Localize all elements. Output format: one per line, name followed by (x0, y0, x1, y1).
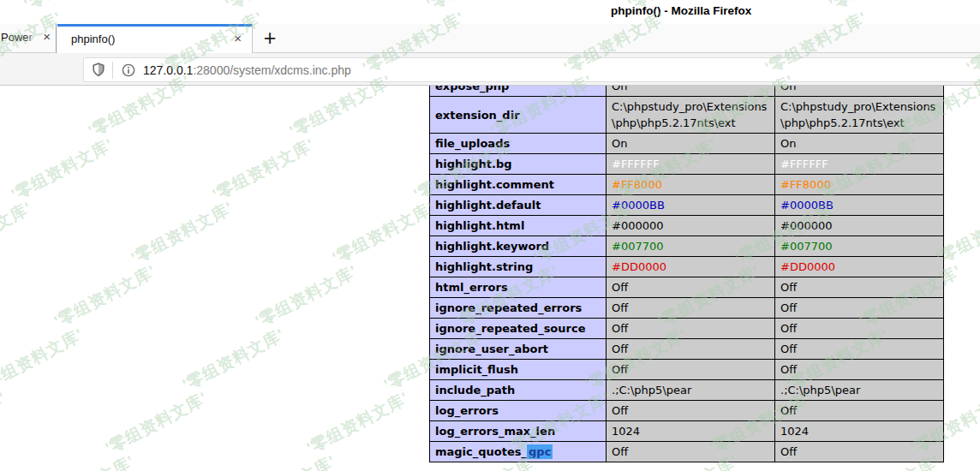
directive-cell: expose_php (430, 86, 607, 97)
local-value-cell: Off (607, 319, 775, 339)
table-row: include_path.;C:\php5\pear.;C:\php5\pear (430, 380, 944, 401)
table-row: log_errorsOffOff (430, 401, 944, 421)
directive-cell: highlight.comment (430, 175, 607, 195)
master-value-cell: #FFFFFF (775, 154, 944, 175)
table-row: ignore_repeated_errorsOffOff (430, 298, 944, 319)
table-row: extension_dirC:\phpstudy_pro\Extensions\… (430, 97, 944, 134)
local-value-cell: Off (607, 401, 775, 421)
info-icon[interactable] (122, 63, 135, 77)
master-value-cell: Off (775, 401, 944, 421)
directive-cell: file_uploads (430, 134, 607, 154)
directive-cell: highlight.default (430, 195, 607, 216)
local-value-cell: #FFFFFF (607, 154, 775, 175)
directive-cell: log_errors_max_len (430, 421, 607, 442)
tab-phpinfo-active[interactable]: phpinfo() × (57, 24, 253, 53)
url-host: 127.0.0.1 (143, 63, 193, 77)
local-value-cell: C:\phpstudy_pro\Extensions\php\php5.2.17… (607, 97, 775, 134)
directive-cell: html_errors (430, 277, 607, 298)
table-row: highlight.keyword#007700#007700 (430, 236, 944, 257)
local-value-cell: On (607, 86, 775, 97)
url-bar[interactable]: 127.0.0.1:28000/system/xdcms.inc.php (83, 57, 980, 82)
master-value-cell: Off (775, 298, 944, 319)
local-value-cell: Off (607, 360, 775, 380)
directive-cell: implicit_flush (430, 360, 607, 380)
master-value-cell: #007700 (775, 236, 944, 257)
directive-cell: ignore_user_abort (430, 339, 607, 360)
master-value-cell: #0000BB (775, 195, 944, 216)
window-title: phpinfo() - Mozilla Firefox (611, 4, 751, 17)
table-row: expose_phpOnOn (430, 86, 944, 97)
shield-icon[interactable] (92, 63, 105, 77)
close-tab-icon[interactable]: × (234, 31, 242, 46)
table-row: highlight.bg#FFFFFF#FFFFFF (430, 154, 944, 175)
directive-cell: highlight.html (430, 216, 607, 236)
master-value-cell: Off (775, 277, 944, 298)
table-row: highlight.comment#FF8000#FF8000 (430, 175, 944, 195)
local-value-cell: 1024 (607, 421, 775, 442)
master-value-cell: On (775, 134, 944, 154)
tab-bar: Power × phpinfo() × + (0, 24, 980, 53)
master-value-cell: Off (775, 442, 944, 462)
master-value-cell: #000000 (775, 216, 944, 236)
local-value-cell: #FF8000 (607, 175, 775, 195)
url-text[interactable]: 127.0.0.1:28000/system/xdcms.inc.php (143, 63, 351, 77)
directive-cell: extension_dir (430, 97, 607, 134)
urlbar-divider (112, 62, 113, 79)
active-tab-accent (57, 24, 252, 27)
table-row: magic_quotes_gpcOffOff (430, 442, 944, 462)
table-row: file_uploadsOnOn (430, 134, 944, 154)
navigation-toolbar: 127.0.0.1:28000/system/xdcms.inc.php (0, 53, 980, 86)
directive-cell: highlight.keyword (430, 236, 607, 257)
local-value-cell: #0000BB (607, 195, 775, 216)
master-value-cell: Off (775, 339, 944, 360)
master-value-cell: Off (775, 319, 944, 339)
close-tab-icon[interactable]: × (43, 29, 51, 45)
local-value-cell: #000000 (607, 216, 775, 236)
tab-background[interactable]: Power × (0, 24, 57, 52)
local-value-cell: #007700 (607, 236, 775, 257)
window-titlebar: phpinfo() - Mozilla Firefox (0, 0, 980, 24)
local-value-cell: .;C:\php5\pear (607, 380, 775, 401)
local-value-cell: On (607, 134, 775, 154)
directive-cell: log_errors (430, 401, 607, 421)
master-value-cell: .;C:\php5\pear (775, 380, 944, 401)
directive-cell: ignore_repeated_source (430, 319, 607, 339)
phpinfo-table: expose_phpOnOnextension_dirC:\phpstudy_p… (429, 86, 944, 462)
directive-cell: highlight.string (430, 257, 607, 277)
table-row: html_errorsOffOff (430, 277, 944, 298)
tab-label: phpinfo() (71, 33, 115, 45)
local-value-cell: Off (607, 339, 775, 360)
directive-cell: ignore_repeated_errors (430, 298, 607, 319)
local-value-cell: Off (607, 277, 775, 298)
master-value-cell: On (775, 86, 944, 97)
directive-cell: highlight.bg (430, 154, 607, 175)
master-value-cell: #DD0000 (775, 257, 944, 277)
table-row: ignore_repeated_sourceOffOff (430, 319, 944, 339)
master-value-cell: Off (775, 360, 944, 380)
table-row: implicit_flushOffOff (430, 360, 944, 380)
new-tab-button[interactable]: + (257, 26, 283, 51)
table-row: highlight.string#DD0000#DD0000 (430, 257, 944, 277)
master-value-cell: C:\phpstudy_pro\Extensions\php\php5.2.17… (775, 97, 944, 134)
master-value-cell: #FF8000 (775, 175, 944, 195)
local-value-cell: Off (607, 298, 775, 319)
table-row: log_errors_max_len10241024 (430, 421, 944, 442)
table-row: highlight.html#000000#000000 (430, 216, 944, 236)
page-content: expose_phpOnOnextension_dirC:\phpstudy_p… (0, 86, 980, 471)
master-value-cell: 1024 (775, 421, 944, 442)
directive-cell: include_path (430, 380, 607, 401)
find-match-highlight: gpc (527, 444, 553, 459)
browser-window: phpinfo() - Mozilla Firefox Power × phpi… (0, 0, 980, 471)
local-value-cell: Off (607, 442, 775, 462)
directive-cell: magic_quotes_gpc (430, 442, 607, 462)
table-row: ignore_user_abortOffOff (430, 339, 944, 360)
local-value-cell: #DD0000 (607, 257, 775, 277)
table-row: highlight.default#0000BB#0000BB (430, 195, 944, 216)
tab-label-fade (24, 29, 39, 46)
url-path: :28000/system/xdcms.inc.php (193, 63, 350, 77)
